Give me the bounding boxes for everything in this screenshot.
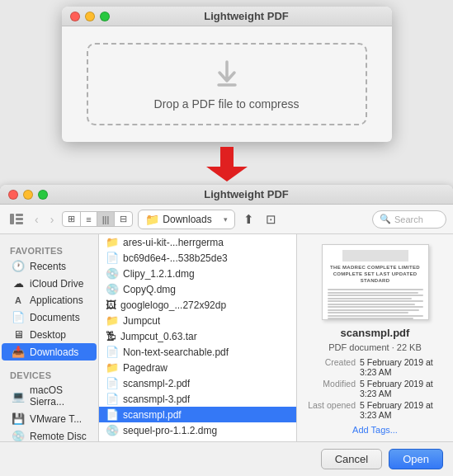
file-row[interactable]: 💿 sequel-pro-1.1.2.dmg: [99, 422, 296, 438]
lastopened-value: 5 February 2019 at 3:23 AM: [360, 400, 446, 420]
file-name: Pagedraw: [123, 362, 168, 374]
dialog-titlebar-buttons: [8, 190, 48, 200]
file-row[interactable]: 💿 CopyQ.dmg: [99, 281, 296, 297]
sidebar-item-label: Remote Disc: [30, 431, 87, 442]
file-row[interactable]: 📄 bc69d6e4-...538b25de3: [99, 250, 296, 266]
icloud-icon: ☁: [12, 277, 25, 290]
file-row[interactable]: 🖼 googlelogo_...272x92dp: [99, 297, 296, 313]
file-row[interactable]: 🗜 Jumpcut_0.63.tar: [99, 328, 296, 344]
red-arrow-icon: [206, 147, 248, 181]
back-button[interactable]: ‹: [31, 211, 42, 228]
svg-rect-6: [16, 222, 23, 224]
preview-filename: scansmpl.pdf: [341, 327, 410, 339]
cancel-button[interactable]: Cancel: [321, 449, 382, 469]
file-row[interactable]: 📁 ares-ui-kit-...herrgerma: [99, 234, 296, 250]
dialog-title: Lightweight PDF: [48, 188, 445, 200]
file-row[interactable]: 📄 scansmpl-3.pdf: [99, 391, 296, 407]
file-row[interactable]: 📄 Non-text-searchable.pdf: [99, 344, 296, 360]
svg-rect-5: [16, 218, 23, 220]
sidebar-item-documents[interactable]: 📄 Documents: [2, 309, 97, 326]
column-view-button[interactable]: |||: [97, 212, 116, 226]
download-icon: [210, 58, 243, 91]
meta-row-modified: Modified 5 February 2019 at 3:23 AM: [304, 379, 446, 398]
file-name: Clipy_1.2.1.dmg: [123, 268, 195, 280]
file-row-selected[interactable]: 📄 scansmpl.pdf: [99, 407, 296, 422]
file-name: Jumpcut_0.63.tar: [120, 331, 197, 342]
sidebar-item-desktop[interactable]: 🖥 Desktop: [2, 326, 97, 343]
forward-button[interactable]: ›: [47, 211, 58, 228]
close-button[interactable]: [70, 12, 80, 21]
dmg-icon: 💿: [106, 424, 119, 436]
sidebar-icon: [10, 214, 23, 224]
pdf-icon: 📄: [106, 393, 119, 405]
image-icon: 🖼: [106, 299, 116, 311]
folder-icon: 📁: [106, 314, 119, 327]
sidebar-item-downloads[interactable]: 📥 Downloads: [2, 343, 97, 361]
file-row[interactable]: 📄 scansmpl-2.pdf: [99, 375, 296, 391]
file-row[interactable]: 📁 Pagedraw: [99, 360, 296, 375]
file-name: sequel-pro-1.1.2.dmg: [123, 425, 217, 436]
file-row[interactable]: 💿 Clipy_1.2.1.dmg: [99, 266, 296, 281]
icon-view-button[interactable]: ⊞: [63, 212, 81, 226]
vmware-icon: 💾: [12, 412, 25, 425]
dialog-close-button[interactable]: [8, 190, 18, 200]
location-dropdown[interactable]: 📁 Downloads ▾: [138, 210, 235, 229]
gallery-view-button[interactable]: ⊟: [115, 212, 132, 226]
sidebar-item-vmware[interactable]: 💾 VMware T...: [2, 410, 97, 427]
macos-icon: 💻: [12, 390, 25, 403]
sidebar-toggle-button[interactable]: [7, 212, 26, 226]
minimize-button[interactable]: [85, 12, 95, 21]
dialog-content: Favorites 🕐 Recents ☁ iCloud Drive A App…: [0, 234, 453, 441]
file-row[interactable]: 📁 Jumpcut: [99, 313, 296, 328]
downloads-icon: 📥: [12, 346, 25, 358]
meta-row-lastopened: Last opened 5 February 2019 at 3:23 AM: [304, 400, 446, 420]
folder-icon: 📁: [106, 361, 119, 374]
desktop-icon: 🖥: [12, 328, 25, 341]
file-name: Jumpcut: [123, 315, 160, 327]
search-box[interactable]: 🔍 Search: [372, 210, 446, 229]
favorites-label: Favorites: [0, 241, 98, 257]
file-icon: 📄: [106, 252, 119, 264]
dialog-minimize-button[interactable]: [23, 190, 33, 200]
app-titlebar: Lightweight PDF: [62, 7, 392, 26]
sidebar-item-label: Downloads: [30, 346, 78, 358]
svg-rect-4: [16, 214, 23, 216]
dialog-maximize-button[interactable]: [38, 190, 48, 200]
recents-icon: 🕐: [12, 260, 25, 272]
file-name: bc69d6e4-...538b25de3: [123, 252, 228, 264]
maximize-button[interactable]: [100, 12, 110, 21]
preview-thumbnail: THE MADREC COMPLETE LIMITEDCOMPLETE SET …: [322, 244, 429, 320]
file-name: scansmpl-3.pdf: [123, 394, 190, 405]
sidebar-item-remote[interactable]: 💿 Remote Disc: [2, 427, 97, 441]
app-window: Lightweight PDF Drop a PDF file to compr…: [62, 7, 392, 142]
list-view-button[interactable]: ≡: [81, 212, 97, 226]
sidebar-item-label: macOS Sierra...: [30, 384, 87, 408]
view-controls: ⊞ ≡ ||| ⊟: [62, 211, 133, 227]
dialog-bottom: Cancel Open: [0, 441, 453, 476]
chevron-down-icon: ▾: [224, 215, 228, 224]
app-title: Lightweight PDF: [110, 10, 384, 22]
file-name: scansmpl.pdf: [123, 409, 182, 421]
archive-icon: 🗜: [106, 330, 116, 342]
action-button[interactable]: ⊡: [262, 210, 280, 229]
preview-type: PDF document · 22 KB: [328, 342, 422, 352]
drop-text: Drop a PDF file to compress: [154, 97, 300, 111]
sidebar-item-icloud[interactable]: ☁ iCloud Drive: [2, 275, 97, 292]
dmg-icon: 💿: [106, 283, 119, 295]
search-placeholder: Search: [394, 214, 423, 224]
file-name: googlelogo_...272x92dp: [120, 299, 226, 311]
titlebar-buttons: [70, 12, 110, 21]
sidebar-item-label: iCloud Drive: [30, 278, 83, 290]
share-button[interactable]: ⬆: [240, 210, 257, 229]
sidebar-item-macos[interactable]: 💻 macOS Sierra...: [2, 382, 97, 410]
open-button[interactable]: Open: [389, 449, 443, 469]
preview-pane: THE MADREC COMPLETE LIMITEDCOMPLETE SET …: [296, 234, 453, 441]
sidebar-item-recents[interactable]: 🕐 Recents: [2, 257, 97, 275]
file-name: Non-text-searchable.pdf: [123, 346, 229, 358]
created-value: 5 February 2019 at 3:23 AM: [360, 357, 446, 377]
lastopened-label: Last opened: [304, 400, 360, 420]
add-tags-link[interactable]: Add Tags...: [352, 425, 398, 435]
sidebar-item-applications[interactable]: A Applications: [2, 292, 97, 309]
drop-zone[interactable]: Drop a PDF file to compress: [87, 43, 367, 125]
dmg-icon: 💿: [106, 267, 119, 280]
